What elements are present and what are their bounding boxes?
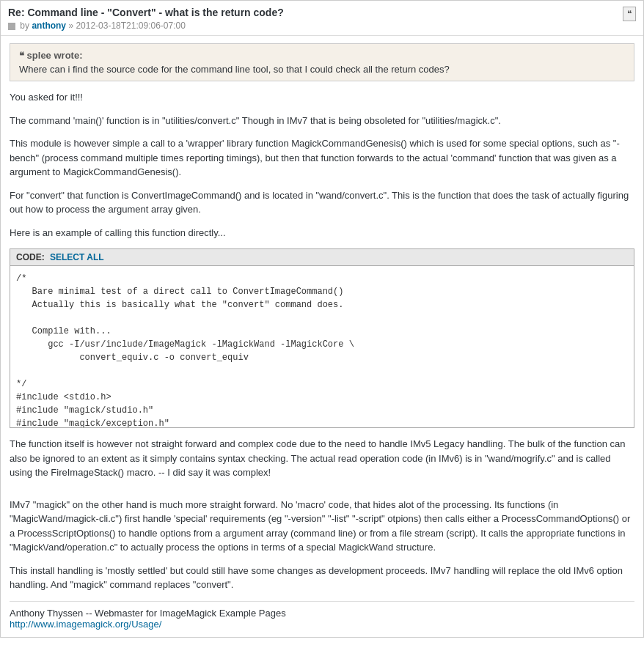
signature-block: Anthony Thyssen -- Webmaster for ImageMa… (10, 601, 634, 630)
code-block-wrapper: CODE: SELECT ALL /* Bare minimal test of… (10, 248, 634, 428)
quote-block: ❝ splee wrote: Where can i find the sour… (10, 43, 634, 81)
author-link[interactable]: anthony (32, 21, 66, 31)
by-label: by (20, 21, 29, 31)
paragraph-1: You asked for it!!! (10, 90, 634, 105)
quote-text: Where can i find the source code for the… (19, 64, 625, 75)
paragraph-2: The command 'main()' function is in "uti… (10, 114, 634, 128)
paragraph-3: This module is however simple a call to … (10, 136, 634, 180)
code-block-content[interactable]: /* Bare minimal test of a direct call to… (10, 266, 634, 427)
post-header-left: Re: Command line - "Convert" - what is t… (8, 7, 284, 31)
signature-link[interactable]: http://www.imagemagick.org/Usage/ (10, 619, 161, 630)
paragraph-8: This install handling is 'mostly settled… (10, 564, 634, 592)
post-container: Re: Command line - "Convert" - what is t… (0, 0, 644, 638)
post-meta: by anthony » 2012-03-18T21:09:06-07:00 (8, 21, 284, 31)
code-text: /* Bare minimal test of a direct call to… (16, 272, 628, 427)
post-title: Re: Command line - "Convert" - what is t… (8, 7, 284, 18)
select-all-link[interactable]: SELECT ALL (50, 252, 104, 262)
paragraph-7: IMv7 "magick" on the other hand is much … (10, 498, 634, 555)
quote-header: ❝ splee wrote: (19, 50, 625, 61)
post-timestamp: » 2012-03-18T21:09:06-07:00 (68, 21, 185, 31)
quote-button[interactable]: ❝ (623, 7, 636, 21)
post-header: Re: Command line - "Convert" - what is t… (1, 1, 643, 36)
paragraph-5: Here is an example of calling this funct… (10, 226, 634, 240)
code-block-header: CODE: SELECT ALL (10, 249, 634, 266)
paragraph-4: For "convert" that function is ConvertIm… (10, 188, 634, 217)
paragraph-6: The function itself is however not strai… (10, 437, 634, 480)
signature-text: Anthony Thyssen -- Webmaster for ImageMa… (10, 608, 634, 619)
post-body: ❝ splee wrote: Where can i find the sour… (1, 36, 643, 637)
code-label: CODE: (16, 252, 45, 262)
empty-line-1 (10, 489, 634, 498)
post-icon (8, 23, 15, 30)
